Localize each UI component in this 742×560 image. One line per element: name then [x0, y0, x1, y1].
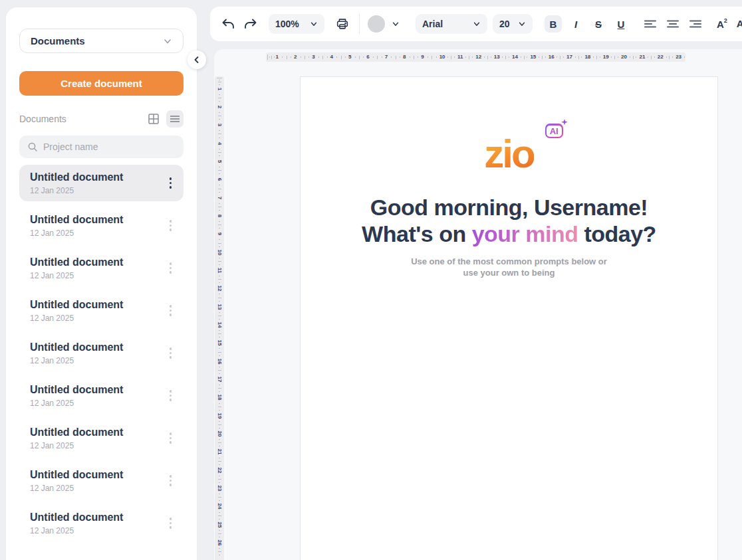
font-size-select[interactable]: 20: [493, 14, 533, 34]
document-list-item[interactable]: Untitled document 12 Jan 2025: [19, 165, 184, 201]
ruler-mark: 18: [583, 54, 601, 60]
document-title: Untitled document: [30, 469, 123, 481]
greeting-line2-prefix: What's on: [362, 221, 472, 246]
ruler-mark: 21: [217, 448, 223, 466]
sidebar-collapse-button[interactable]: [187, 50, 206, 69]
chevron-down-icon: [473, 20, 481, 28]
workspace-selector-dropdown[interactable]: Documents: [19, 29, 184, 53]
ruler-mark: 22: [656, 54, 674, 60]
document-options-kebab-icon[interactable]: [167, 472, 175, 489]
printer-icon: [335, 17, 350, 31]
document-list-item[interactable]: Untitled document 12 Jan 2025: [19, 377, 184, 414]
document-list: Untitled document 12 Jan 2025 Untitled d…: [19, 165, 184, 541]
document-list-item[interactable]: Untitled document 12 Jan 2025: [19, 250, 184, 286]
document-list-item[interactable]: Untitled document 12 Jan 2025: [19, 420, 184, 456]
ruler-mark: 5: [347, 54, 365, 60]
document-options-kebab-icon[interactable]: [167, 302, 175, 319]
document-date: 12 Jan 2025: [30, 526, 123, 535]
greeting-highlight: your mind: [472, 221, 578, 246]
ruler-mark: 13: [493, 54, 511, 60]
document-date: 12 Jan 2025: [30, 271, 123, 280]
italic-button[interactable]: I: [567, 15, 584, 33]
ruler-mark: 3: [217, 121, 223, 139]
greeting-subtitle: Use one of the most common prompts below…: [301, 256, 717, 278]
font-family-value: Arial: [422, 19, 443, 29]
align-right-icon: [689, 19, 701, 29]
strikethrough-button[interactable]: S: [590, 15, 607, 33]
chevron-down-icon: [518, 20, 526, 28]
subtitle-line1: Use one of the most common prompts below…: [411, 256, 607, 266]
document-date: 12 Jan 2025: [30, 186, 123, 195]
chevron-left-icon: [193, 56, 201, 64]
ruler-mark: 6: [217, 175, 223, 193]
align-center-button[interactable]: [664, 15, 681, 33]
sidebar: Documents Create document Documents: [5, 7, 197, 560]
document-title: Untitled document: [30, 214, 123, 226]
list-view-button[interactable]: [166, 110, 184, 128]
document-options-kebab-icon[interactable]: [167, 387, 175, 404]
ruler-mark: 16: [217, 357, 223, 375]
vertical-ruler[interactable]: 1 2 3 4 5 6: [215, 76, 224, 560]
chevron-down-icon: [310, 20, 318, 28]
document-options-kebab-icon[interactable]: [167, 217, 175, 234]
bold-button[interactable]: B: [545, 15, 562, 33]
ruler-mark: 8: [402, 54, 420, 60]
document-options-kebab-icon[interactable]: [167, 430, 175, 446]
document-title: Untitled document: [30, 299, 123, 311]
document-options-kebab-icon[interactable]: [167, 345, 175, 361]
document-list-item[interactable]: Untitled document 12 Jan 2025: [19, 335, 184, 371]
subscript-button[interactable]: A2: [735, 18, 742, 31]
font-family-select[interactable]: Arial: [416, 14, 487, 34]
ruler-mark: 22: [217, 466, 223, 484]
superscript-button[interactable]: A2: [715, 19, 729, 30]
ruler-mark: 14: [217, 321, 223, 339]
greeting-line2-suffix: today?: [578, 221, 656, 246]
print-button[interactable]: [334, 15, 351, 33]
greeting-line1: Good morning, Username!: [370, 195, 648, 220]
document-list-item[interactable]: Untitled document 12 Jan 2025: [19, 462, 184, 499]
ruler-mark: 3: [310, 54, 328, 60]
document-date: 12 Jan 2025: [30, 484, 123, 493]
grid-view-button[interactable]: [145, 110, 162, 128]
document-options-kebab-icon[interactable]: [167, 175, 175, 191]
document-options-kebab-icon[interactable]: [167, 515, 175, 531]
search-input[interactable]: [43, 141, 176, 152]
ruler-mark: 8: [217, 212, 223, 230]
ai-badge-label: AI: [547, 126, 562, 137]
text-color-dropdown[interactable]: [390, 15, 401, 33]
document-list-item[interactable]: Untitled document 12 Jan 2025: [19, 292, 184, 329]
align-right-button[interactable]: [687, 15, 704, 33]
ruler-mark: 6: [365, 54, 383, 60]
document-date: 12 Jan 2025: [30, 441, 123, 450]
document-list-item[interactable]: Untitled document 12 Jan 2025: [19, 505, 184, 541]
ruler-mark: 15: [217, 339, 223, 357]
editor-canvas: 1 2 3 4 5 6: [214, 49, 742, 560]
ruler-mark: 17: [217, 375, 223, 393]
document-page[interactable]: zio AI Good morning, Username! What's on…: [300, 76, 718, 560]
align-left-button[interactable]: [642, 15, 659, 33]
ruler-mark: 7: [217, 194, 223, 212]
create-document-button[interactable]: Create document: [19, 71, 184, 96]
document-list-item[interactable]: Untitled document 12 Jan 2025: [19, 207, 184, 244]
text-color-swatch[interactable]: [368, 15, 385, 33]
ruler-mark: 13: [217, 303, 223, 321]
document-options-kebab-icon[interactable]: [167, 260, 175, 276]
ruler-mark: 23: [674, 54, 685, 60]
zio-logo: zio AI: [484, 138, 533, 170]
redo-button[interactable]: [242, 15, 259, 33]
document-title: Untitled document: [30, 426, 123, 438]
document-title: Untitled document: [30, 341, 123, 353]
ruler-mark: 14: [511, 54, 529, 60]
greeting-heading: Good morning, Username! What's on your m…: [301, 194, 717, 247]
zoom-select[interactable]: 100%: [269, 14, 324, 34]
underline-button[interactable]: U: [612, 15, 630, 33]
document-date: 12 Jan 2025: [30, 399, 123, 408]
chevron-down-icon: [392, 20, 400, 28]
ruler-mark: 9: [420, 54, 437, 60]
ruler-mark: 11: [456, 54, 474, 60]
ruler-mark: 1: [275, 54, 293, 60]
horizontal-ruler[interactable]: 1 2 3 4 5 6: [266, 52, 685, 62]
undo-button[interactable]: [219, 15, 237, 33]
document-title: Untitled document: [30, 171, 123, 183]
ruler-mark: 17: [565, 54, 583, 60]
